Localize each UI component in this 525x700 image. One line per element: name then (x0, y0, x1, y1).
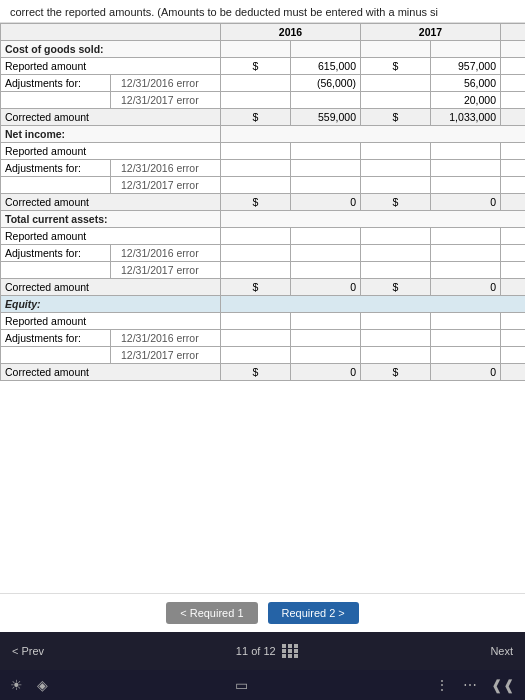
cogs-header-row: Cost of goods sold: (1, 41, 526, 58)
cogs-corrected-label: Corrected amount (1, 109, 221, 126)
empty-header (1, 24, 221, 41)
year-2017-header: 2017 (361, 24, 501, 41)
required2-button[interactable]: Required 2 > (268, 602, 359, 624)
netincome-label: Net income: (1, 126, 221, 143)
taskbar-right-icons: ⋮ ⋯ ❰❰ (435, 677, 515, 693)
cogs-2016-dollar: $ (221, 58, 291, 75)
cogs-2016-value: 615,000 (291, 58, 361, 75)
equity-corrected-label: Corrected amount (1, 364, 221, 381)
wifi-icon: ☀ (10, 677, 23, 693)
eq-adj17-2017[interactable] (431, 347, 500, 363)
brightness-icon: ◈ (37, 677, 48, 693)
cogs-reported-label: Reported amount (1, 58, 221, 75)
prev-button[interactable]: < Prev (12, 645, 44, 657)
ni-rep-2016[interactable] (291, 143, 360, 159)
eq-adj16-2017[interactable] (431, 330, 500, 346)
cogs-adj-2016-2016-input[interactable] (291, 75, 360, 91)
equity-adj-2017-row: 12/31/2017 error (1, 347, 526, 364)
cogs-adj-2017-2017-input-cell[interactable] (431, 92, 501, 109)
required1-button[interactable]: < Required 1 (166, 602, 257, 624)
main-content: correct the reported amounts. (Amounts t… (0, 0, 525, 632)
cogs-adj-2016-label: 12/31/2016 error (111, 75, 221, 92)
eq-rep-2017[interactable] (431, 313, 500, 329)
netincome-reported-row: Reported amount (1, 143, 526, 160)
equity-label: Equity: (1, 296, 221, 313)
netincome-corrected-label: Corrected amount (1, 194, 221, 211)
equity-reported-row: Reported amount (1, 313, 526, 330)
page-number: 11 of 12 (236, 645, 276, 657)
tca-rep-2016[interactable] (291, 228, 360, 244)
cogs-corrected-2017: 1,033,000 (431, 109, 501, 126)
ni-rep-2017[interactable] (431, 143, 500, 159)
tca-adj-2017-row: 12/31/2017 error (1, 262, 526, 279)
grid-icon (282, 644, 299, 658)
eq-adj17-2016[interactable] (291, 347, 360, 363)
cogs-adj-label-row: Adjustments for: 12/31/2016 error (1, 75, 526, 92)
tca-reported-row: Reported amount (1, 228, 526, 245)
apps-icon: ⋮ (435, 677, 449, 693)
page-info: 11 of 12 (236, 644, 299, 658)
netincome-header-row: Net income: (1, 126, 526, 143)
equity-header-row: Equity: (1, 296, 526, 313)
cogs-adj-2017-2017-input[interactable] (431, 92, 500, 108)
tca-corrected-label: Corrected amount (1, 279, 221, 296)
taskbar-left-icons: ☀ ◈ (10, 677, 48, 693)
equity-corrected-row: Corrected amount $ 0 $ 0 $ 0 (1, 364, 526, 381)
netincome-corrected-row: Corrected amount $ 0 $ 0 $ 0 (1, 194, 526, 211)
cogs-2017-value: 957,000 (431, 58, 501, 75)
tca-reported-label: Reported amount (1, 228, 221, 245)
year-2016-header: 2016 (221, 24, 361, 41)
window-icon: ▭ (235, 677, 248, 693)
year-2018-header: 2018 (501, 24, 526, 41)
netincome-reported-label: Reported amount (1, 143, 221, 160)
eq-rep-2016[interactable] (291, 313, 360, 329)
netincome-adj-2016-row: Adjustments for: 12/31/2016 error (1, 160, 526, 177)
equity-reported-label: Reported amount (1, 313, 221, 330)
header-note: correct the reported amounts. (Amounts t… (0, 0, 525, 23)
cogs-adj-2016-2017-input[interactable] (431, 75, 500, 91)
tca-adj16-2016[interactable] (291, 245, 360, 261)
tca-corrected-row: Corrected amount $ 0 $ 0 $ 0 (1, 279, 526, 296)
tca-adj16-2017[interactable] (431, 245, 500, 261)
table-container: 2016 2017 2018 Cost of goods sold: (0, 23, 525, 593)
tca-adj17-2016[interactable] (291, 262, 360, 278)
taskbar-center-icons: ▭ (235, 677, 248, 693)
bottom-bar: < Prev 11 of 12 Next (0, 632, 525, 670)
cogs-adj-2017-2016-input-cell[interactable] (291, 92, 361, 109)
ni-adj17-2017[interactable] (431, 177, 500, 193)
cogs-corrected-2016: 559,000 (291, 109, 361, 126)
tca-rep-2017[interactable] (431, 228, 500, 244)
tca-adj-2016-row: Adjustments for: 12/31/2016 error (1, 245, 526, 262)
cogs-label: Cost of goods sold: (1, 41, 221, 58)
cogs-adj-2016-2017-input-cell[interactable] (431, 75, 501, 92)
tca-label: Total current assets: (1, 211, 221, 228)
netincome-adj-2017-row: 12/31/2017 error (1, 177, 526, 194)
cogs-adj-2017-row: 12/31/2017 error (1, 92, 526, 109)
eq-adj16-2016[interactable] (291, 330, 360, 346)
cogs-corrected-row: Corrected amount $ 559,000 $ 1,033,000 $… (1, 109, 526, 126)
cogs-adj-2016-2016-input-cell[interactable] (291, 75, 361, 92)
dots-icon: ⋯ (463, 677, 477, 693)
cogs-2017-dollar: $ (361, 58, 431, 75)
header-note-text: correct the reported amounts. (Amounts t… (10, 6, 438, 18)
cogs-adj-2017-label: 12/31/2017 error (111, 92, 221, 109)
nav-buttons-section: < Required 1 Required 2 > (0, 593, 525, 632)
taskbar: ☀ ◈ ▭ ⋮ ⋯ ❰❰ (0, 670, 525, 700)
ni-adj16-2017[interactable] (431, 160, 500, 176)
cogs-2018-dollar: $ (501, 58, 526, 75)
cogs-reported-row: Reported amount $ 615,000 $ 957,000 $ 78… (1, 58, 526, 75)
tca-adj17-2017[interactable] (431, 262, 500, 278)
ni-adj16-2016[interactable] (291, 160, 360, 176)
tca-header-row: Total current assets: (1, 211, 526, 228)
cogs-adj-2017-2016-input[interactable] (291, 92, 360, 108)
cogs-adj-label: Adjustments for: (1, 75, 111, 92)
corrections-table: 2016 2017 2018 Cost of goods sold: (0, 23, 525, 381)
next-button[interactable]: Next (490, 645, 513, 657)
next-nav[interactable]: Next (490, 645, 513, 657)
ni-adj17-2016[interactable] (291, 177, 360, 193)
back-icon: ❰❰ (491, 677, 515, 693)
equity-adj-2016-row: Adjustments for: 12/31/2016 error (1, 330, 526, 347)
prev-nav[interactable]: < Prev (12, 645, 44, 657)
